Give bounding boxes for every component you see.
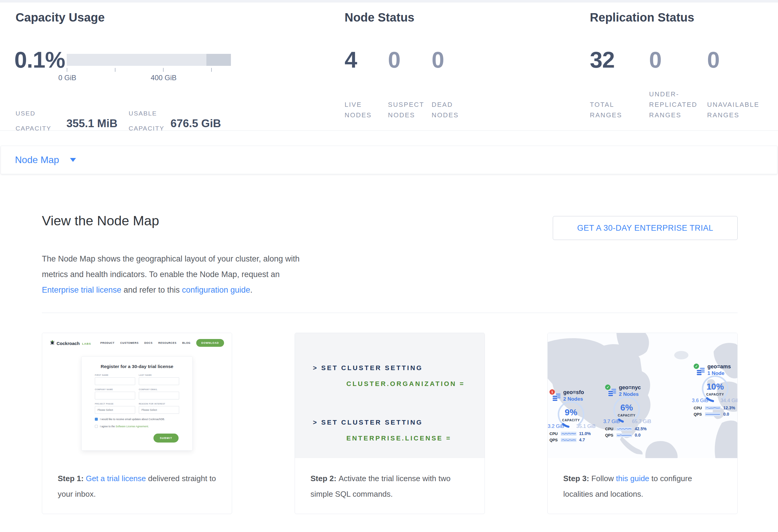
suspect-nodes-value: 0	[388, 47, 400, 73]
section-heading: View the Node Map	[42, 213, 159, 229]
description-text: and refer to this	[122, 286, 182, 294]
suspect-nodes-label: SUSPECT NODES	[388, 99, 433, 120]
sql-line-2: > SET CLUSTER SETTING	[313, 419, 484, 426]
mini-select: Please Select	[139, 406, 179, 414]
mini-field-project-phase: PROJECT PHASEPlease Select	[95, 403, 135, 414]
map-node-ams: ✓ geo=ams 1 Node 10% CAPACITY 3.6 GiB	[694, 363, 737, 417]
under-replicated-ranges-label: UNDER-REPLICATED RANGES	[649, 89, 706, 120]
mini-license-agreement-link: Software License Agreement.	[115, 425, 149, 428]
cpu-sparkline	[561, 432, 576, 436]
cluster-summary-panel: Capacity Usage 0.1% 0 GiB 400 GiB USED C…	[0, 2, 778, 131]
capacity-label: CAPACITY	[556, 418, 586, 422]
cockroach-labs-logo: Cockroach LABS	[50, 340, 91, 346]
capacity-label: CAPACITY	[612, 413, 642, 417]
unavailable-ranges-value: 0	[707, 47, 719, 73]
capacity-label: CAPACITY	[700, 393, 730, 396]
dead-nodes-label: DEAD NODES	[432, 99, 470, 120]
qps-value: 0.0	[723, 412, 729, 416]
this-guide-link[interactable]: this guide	[616, 474, 649, 483]
mini-text-input	[95, 377, 135, 385]
qps-sparkline	[561, 438, 576, 442]
mini-nav-product: PRODUCT	[100, 341, 114, 345]
mini-site-brand-suffix: LABS	[82, 342, 91, 346]
caption-text: Follow	[591, 474, 616, 483]
view-selector-label: Node Map	[15, 154, 59, 165]
cpu-sparkline	[617, 427, 632, 431]
mini-form-fields: FIRST NAME LAST NAME COMPANY NAME COMPAN…	[95, 374, 179, 414]
mini-field-label: REASON FOR INTEREST	[139, 403, 179, 405]
capacity-used: 3.7 GiB	[603, 419, 620, 424]
trial-registration-screenshot: Cockroach LABS PRODUCT CUSTOMERS DOCS RE…	[42, 333, 232, 458]
capacity-axis-tick	[163, 68, 164, 72]
mini-submit-button: SUBMIT	[153, 434, 178, 443]
capacity-percent: 6%	[612, 403, 642, 412]
mini-site-header: Cockroach LABS PRODUCT CUSTOMERS DOCS RE…	[42, 333, 232, 347]
mini-registration-form: Register for a 30-day trial license FIRS…	[81, 356, 192, 451]
mini-checkbox-label: I would like to receive email updates ab…	[100, 418, 165, 421]
cpu-value: 42.5%	[635, 427, 647, 431]
sql-line-1: > SET CLUSTER SETTING	[313, 364, 484, 372]
mini-field-label: COMPANY EMAIL	[139, 388, 179, 390]
mini-field-label: COMPANY NAME	[95, 388, 135, 390]
mini-text-input	[139, 377, 179, 385]
qps-metric-row: QPS 4.7	[549, 438, 585, 442]
mini-nav-resources: RESOURCES	[158, 341, 176, 345]
enterprise-trial-license-link[interactable]: Enterprise trial license	[42, 286, 122, 294]
mini-field-last-name: LAST NAME	[139, 374, 179, 385]
step-label: Step 3:	[563, 474, 591, 483]
section-description: The Node Map shows the geographical layo…	[42, 251, 314, 298]
cpu-label: CPU	[694, 406, 705, 410]
capacity-used: 3.2 GiB	[548, 424, 564, 429]
capacity-range: 3.6 GiB 34.4 GiB	[692, 398, 737, 403]
description-text: .	[250, 286, 252, 294]
cpu-metric-row: CPU 42.5%	[605, 427, 647, 431]
mini-download-button: DOWNLOAD	[196, 339, 224, 347]
locality-name: geo=sfo	[563, 389, 584, 395]
mini-form-title: Register for a 30-day trial license	[95, 364, 179, 369]
used-capacity-label: USED CAPACITY	[15, 106, 63, 136]
capacity-used: 3.6 GiB	[692, 398, 708, 403]
capacity-usage-title: Capacity Usage	[15, 11, 105, 24]
qps-label: QPS	[549, 438, 561, 442]
qps-label: QPS	[605, 433, 617, 438]
qps-metric-row: QPS 0.0	[605, 433, 640, 438]
mini-checkbox-license-agreement: I agree to the Software License Agreemen…	[95, 425, 179, 428]
qps-label: QPS	[694, 412, 705, 416]
capacity-percent: 9%	[556, 407, 586, 417]
get-enterprise-trial-button[interactable]: GET A 30-DAY ENTERPRISE TRIAL	[553, 216, 737, 240]
qps-sparkline	[705, 412, 720, 416]
checkbox-checked-icon	[95, 418, 98, 421]
qps-sparkline	[617, 433, 632, 437]
qps-metric-row: QPS 0.0	[694, 412, 729, 416]
step-3-card: 1 geo=sfo 2 Nodes 9% CAPACITY 3.2 GiB	[547, 333, 737, 514]
mini-checkbox-label: I agree to the Software License Agreemen…	[100, 425, 149, 428]
view-selector-dropdown[interactable]: Node Map	[15, 154, 76, 165]
mini-site-nav: PRODUCT CUSTOMERS DOCS RESOURCES BLOG DO…	[100, 339, 224, 347]
mini-nav-blog: BLOG	[182, 341, 190, 345]
configuration-guide-link[interactable]: configuration guide	[182, 286, 250, 294]
capacity-total: 35.1 GiB	[576, 424, 596, 429]
under-replicated-ranges-value: 0	[649, 47, 662, 73]
capacity-range: 3.2 GiB 35.1 GiB	[548, 424, 596, 429]
capacity-total: 34.4 GiB	[720, 398, 737, 403]
step-2-card: > SET CLUSTER SETTING CLUSTER.ORGANIZATI…	[295, 333, 485, 514]
page-top-strip	[0, 0, 778, 2]
mini-checkbox-email-updates: I would like to receive email updates ab…	[95, 418, 179, 421]
cockroach-bug-icon	[50, 340, 55, 346]
cpu-metric-row: CPU 11.0%	[549, 431, 591, 436]
capacity-used-percent: 0.1%	[14, 47, 65, 73]
step-1-card: Cockroach LABS PRODUCT CUSTOMERS DOCS RE…	[42, 333, 232, 514]
used-capacity-value: 355.1 MiB	[66, 117, 118, 130]
sql-arg-1: CLUSTER.ORGANIZATION =	[346, 380, 484, 387]
mini-field-company-name: COMPANY NAME	[95, 388, 135, 399]
step-label: Step 2:	[310, 474, 338, 483]
get-trial-license-link[interactable]: Get a trial license	[86, 474, 146, 483]
cpu-label: CPU	[549, 432, 561, 436]
mini-nav-customers: CUSTOMERS	[120, 341, 139, 345]
replication-status-title: Replication Status	[590, 11, 694, 24]
mini-site-brand: Cockroach	[57, 341, 80, 346]
mini-field-company-email: COMPANY EMAIL	[139, 388, 179, 399]
step-2-caption: Step 2: Activate the trial license with …	[295, 458, 484, 502]
capacity-axis-tick	[115, 68, 115, 72]
cpu-value: 11.0%	[579, 431, 591, 436]
